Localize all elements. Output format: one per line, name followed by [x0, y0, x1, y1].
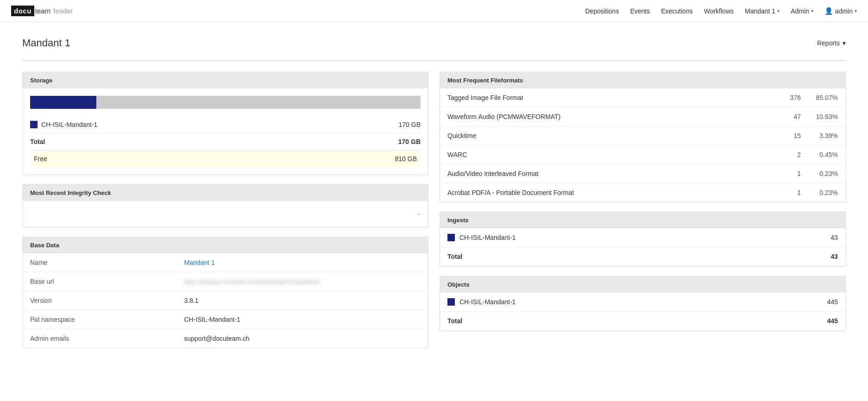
left-column: Storage CH-ISIL-Mandant-1 170 GB — [22, 72, 428, 348]
ff-label-5: Acrobat PDF/A - Portable Document Format — [440, 183, 752, 202]
object-dot — [447, 298, 455, 306]
nav-user-label: admin — [835, 7, 853, 15]
base-data-value-name[interactable]: Mandant 1 — [177, 253, 428, 272]
object-isil-name: CH-ISIL-Mandant-1 — [459, 298, 516, 306]
right-column: Most Frequent Fileformats Tagged Image F… — [440, 72, 846, 348]
storage-free-label: Free — [34, 155, 47, 163]
ff-percent-3: 0.45% — [808, 145, 845, 164]
nav-mandant-label: Mandant 1 — [745, 7, 775, 15]
ff-count-5: 1 — [752, 183, 808, 202]
table-row: Quicktime 15 3.39% — [440, 126, 845, 145]
objects-total-label: Total — [447, 317, 462, 325]
ingest-isil-name: CH-ISIL-Mandant-1 — [459, 234, 516, 241]
logo-feeder: feeder — [53, 7, 73, 15]
main-grid: Storage CH-ISIL-Mandant-1 170 GB — [22, 72, 846, 348]
nav-executions[interactable]: Executions — [661, 7, 692, 15]
objects-total-row: Total 445 — [440, 312, 845, 331]
table-row: Waveform Audio (PCMWAVEFORMAT) 47 10.63% — [440, 107, 845, 126]
page-divider — [22, 60, 846, 61]
fileformats-header: Most Frequent Fileformats — [440, 72, 845, 88]
storage-row-free: Free 810 GB — [30, 150, 421, 167]
table-row: Base url https://example.docuteam.ch/som… — [23, 272, 428, 291]
base-data-value-email: support@docuteam.ch — [177, 329, 428, 348]
storage-isil-value: 170 GB — [399, 121, 421, 128]
fileformat-table: Tagged Image File Format 376 85.07% Wave… — [440, 88, 845, 202]
ingests-body: CH-ISIL-Mandant-1 43 Total 43 — [440, 228, 845, 266]
storage-bar-track — [30, 96, 421, 109]
ff-count-1: 47 — [752, 107, 808, 126]
ingest-row-isil: CH-ISIL-Mandant-1 43 — [440, 228, 845, 247]
base-data-table: Name Mandant 1 Base url https://example.… — [23, 253, 428, 348]
base-data-label-email: Admin emails — [23, 329, 177, 348]
integrity-value: – — [417, 210, 421, 218]
integrity-body: – — [23, 201, 428, 227]
storage-header: Storage — [23, 72, 428, 88]
table-row: Audio/Video Interleaved Format 1 0.23% — [440, 164, 845, 183]
fileformats-card: Most Frequent Fileformats Tagged Image F… — [440, 72, 846, 202]
table-row: Version 3.8.1 — [23, 291, 428, 310]
storage-body: CH-ISIL-Mandant-1 170 GB Total 170 GB Fr… — [23, 88, 428, 175]
storage-row-isil: CH-ISIL-Mandant-1 170 GB — [30, 116, 421, 133]
base-data-value-version: 3.8.1 — [177, 291, 428, 310]
ff-count-3: 2 — [752, 145, 808, 164]
ingest-isil-label: CH-ISIL-Mandant-1 — [447, 234, 516, 241]
base-data-body: Name Mandant 1 Base url https://example.… — [23, 253, 428, 348]
table-row: Admin emails support@docuteam.ch — [23, 329, 428, 348]
base-data-label-version: Version — [23, 291, 177, 310]
object-row-isil: CH-ISIL-Mandant-1 445 — [440, 293, 845, 312]
page-content: Mandant 1 Reports ▾ Storage — [0, 22, 868, 363]
base-data-value-pid: CH-ISIL-Mandant-1 — [177, 310, 428, 329]
user-icon: 👤 — [824, 7, 833, 15]
ff-label-0: Tagged Image File Format — [440, 88, 752, 107]
nav-workflows[interactable]: Workflows — [704, 7, 734, 15]
base-data-label-url: Base url — [23, 272, 177, 291]
nav-events[interactable]: Events — [630, 7, 650, 15]
storage-bar-fill — [30, 96, 96, 109]
main-nav: Depositions Events Executions Workflows … — [585, 7, 857, 15]
base-data-value-url: https://example.docuteam.ch/some/feeder/… — [177, 272, 428, 291]
storage-total-label: Total — [30, 138, 45, 145]
storage-free-value: 810 GB — [395, 155, 417, 163]
nav-user[interactable]: 👤 admin ▾ — [824, 7, 857, 15]
chevron-down-icon: ▾ — [843, 39, 846, 47]
page-header: Mandant 1 Reports ▾ — [22, 37, 846, 49]
ff-percent-2: 3.39% — [808, 126, 845, 145]
object-isil-label: CH-ISIL-Mandant-1 — [447, 298, 516, 306]
base-data-label-pid: Pid namespace — [23, 310, 177, 329]
ff-percent-5: 0.23% — [808, 183, 845, 202]
objects-total-value: 445 — [827, 317, 838, 325]
logo-team: team — [35, 7, 50, 15]
nav-mandant[interactable]: Mandant 1 ▾ — [745, 7, 780, 15]
ingest-dot — [447, 234, 455, 241]
nav-admin-label: Admin — [791, 7, 809, 15]
nav-admin[interactable]: Admin ▾ — [791, 7, 813, 15]
reports-button[interactable]: Reports ▾ — [817, 39, 846, 47]
ff-count-2: 15 — [752, 126, 808, 145]
ff-count-4: 1 — [752, 164, 808, 183]
ingests-header: Ingests — [440, 212, 845, 228]
app-header: docuteam feeder Depositions Events Execu… — [0, 0, 868, 22]
base-data-label-name: Name — [23, 253, 177, 272]
objects-body: CH-ISIL-Mandant-1 445 Total 445 — [440, 293, 845, 331]
table-row: Name Mandant 1 — [23, 253, 428, 272]
ingest-isil-value: 43 — [830, 234, 838, 241]
table-row: WARC 2 0.45% — [440, 145, 845, 164]
nav-depositions[interactable]: Depositions — [585, 7, 619, 15]
logo: docuteam feeder — [11, 6, 73, 16]
ff-label-3: WARC — [440, 145, 752, 164]
ingests-total-value: 43 — [830, 253, 838, 260]
ingests-total-row: Total 43 — [440, 247, 845, 266]
chevron-down-icon: ▾ — [855, 8, 857, 13]
table-row: Acrobat PDF/A - Portable Document Format… — [440, 183, 845, 202]
object-isil-value: 445 — [827, 298, 838, 306]
table-row: Tagged Image File Format 376 85.07% — [440, 88, 845, 107]
ff-label-2: Quicktime — [440, 126, 752, 145]
ingests-card: Ingests CH-ISIL-Mandant-1 43 Total 43 — [440, 212, 846, 267]
integrity-header: Most Recent Integrity Check — [23, 185, 428, 201]
ff-label-1: Waveform Audio (PCMWAVEFORMAT) — [440, 107, 752, 126]
ff-label-4: Audio/Video Interleaved Format — [440, 164, 752, 183]
storage-dot — [30, 121, 38, 128]
ff-count-0: 376 — [752, 88, 808, 107]
storage-card: Storage CH-ISIL-Mandant-1 170 GB — [22, 72, 428, 175]
fileformats-body: Tagged Image File Format 376 85.07% Wave… — [440, 88, 845, 202]
